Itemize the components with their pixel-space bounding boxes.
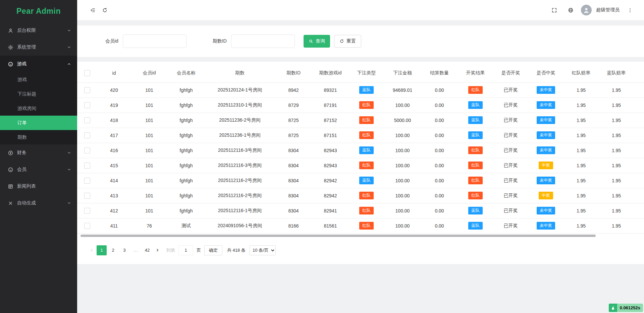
row-checkbox[interactable] — [84, 132, 90, 138]
chevron-down-icon — [67, 168, 71, 172]
user-name[interactable]: 超级管理员 — [596, 7, 620, 13]
page-button-42[interactable]: 42 — [142, 245, 152, 255]
win-status-badge: 未中奖 — [537, 86, 555, 94]
topbar: 超级管理员 — [77, 0, 644, 20]
row-checkbox[interactable] — [84, 208, 90, 214]
language-globe-icon[interactable] — [565, 4, 577, 16]
draw-status-cell: 已开奖 — [493, 143, 528, 158]
sidebar-subitem-bet-title[interactable]: 下注标题 — [0, 87, 77, 101]
prev-page-button[interactable] — [87, 245, 96, 255]
sidebar-item-news-list[interactable]: 新闻列表 — [0, 178, 77, 195]
created-time-cell: 2025-11-2 — [634, 188, 644, 203]
bet-type-badge: 红队 — [359, 162, 374, 169]
page-button-2[interactable]: 2 — [108, 245, 118, 255]
collapse-sidebar-button[interactable] — [87, 4, 99, 16]
period-cell: 2025112116-3号房间 — [205, 158, 275, 173]
page-button-3[interactable]: 3 — [119, 245, 129, 255]
draw-result-badge: 红队 — [468, 177, 483, 184]
row-checkbox[interactable] — [84, 117, 90, 123]
win-status-badge: 未中奖 — [537, 222, 555, 230]
member-id-cell: 101 — [131, 158, 168, 173]
search-icon — [309, 39, 313, 44]
draw-result-badge: 蓝队 — [468, 101, 483, 109]
chevron-up-icon — [67, 62, 71, 66]
next-page-button[interactable] — [153, 245, 162, 255]
page-unit-label: 页 — [197, 247, 201, 253]
render-time-badge: 0.061252s — [609, 304, 643, 312]
sidebar-item-system-management[interactable]: 系统管理 — [0, 39, 77, 56]
reset-button[interactable]: 重置 — [334, 35, 361, 48]
win-status-cell: 未中奖 — [528, 128, 564, 143]
more-menu-icon[interactable] — [624, 4, 636, 16]
settle-amount-cell: 0.00 — [421, 203, 458, 218]
bet-type-badge: 蓝队 — [359, 146, 374, 154]
sidebar-item-label: 自动生成 — [17, 200, 67, 206]
search-button[interactable]: 查询 — [304, 35, 330, 48]
member-name-cell: fghfgh — [168, 188, 205, 203]
confirm-page-button[interactable]: 确定 — [204, 245, 222, 255]
refresh-icon[interactable] — [99, 4, 111, 16]
sidebar-item-auto-generate[interactable]: 自动生成 — [0, 195, 77, 211]
period-id-cell: 8304 — [275, 173, 312, 188]
bet-type-cell: 蓝队 — [349, 143, 384, 158]
sidebar-item-label: 财务 — [17, 150, 67, 156]
member-id-cell: 101 — [131, 128, 168, 143]
id-cell: 418 — [97, 113, 131, 128]
sidebar-item-label: 后台权限 — [17, 27, 67, 34]
draw-result-cell: 蓝队 — [458, 113, 493, 128]
bet-type-cell: 红队 — [349, 98, 384, 113]
sidebar-subitem-game[interactable]: 游戏 — [0, 72, 77, 87]
select-all-checkbox[interactable] — [84, 70, 90, 76]
bet-type-badge: 红队 — [359, 116, 374, 124]
win-status-badge: 未中奖 — [537, 177, 555, 184]
draw-result-cell: 红队 — [458, 173, 493, 188]
draw-status-cell: 已开奖 — [493, 128, 528, 143]
row-checkbox[interactable] — [84, 147, 90, 153]
bet-type-badge: 红队 — [359, 192, 374, 199]
scrollbar-thumb[interactable] — [80, 235, 596, 237]
row-select-cell — [77, 128, 97, 143]
page-button-1[interactable]: 1 — [97, 245, 107, 255]
row-checkbox[interactable] — [84, 223, 90, 229]
fullscreen-icon[interactable] — [548, 4, 560, 16]
blue-team-odds-cell: 1.95 — [599, 158, 634, 173]
member-name-cell: 测试 — [168, 218, 205, 233]
row-select-cell — [77, 203, 97, 218]
period-id-input[interactable] — [231, 35, 295, 48]
win-status-badge: 未中奖 — [537, 146, 555, 154]
row-checkbox[interactable] — [84, 163, 90, 169]
row-checkbox[interactable] — [84, 102, 90, 108]
bet-amount-cell: 100.00 — [384, 128, 421, 143]
sidebar-submenu-game: 游戏 下注标题 游戏房间 订单 期数 — [0, 72, 77, 144]
win-status-badge: 未中奖 — [537, 207, 555, 214]
sidebar-item-game[interactable]: 游戏 — [0, 56, 77, 72]
page-size-select[interactable]: 10 条/页 — [250, 245, 276, 255]
row-checkbox[interactable] — [84, 178, 90, 184]
column-header: 下注金额 — [384, 64, 421, 82]
win-status-cell: 未中奖 — [528, 113, 564, 128]
sidebar-subitem-orders[interactable]: 订单 — [0, 116, 77, 130]
sidebar-item-members[interactable]: 会员 — [0, 161, 77, 178]
row-select-cell — [77, 158, 97, 173]
sidebar-item-backend-permissions[interactable]: 后台权限 — [0, 22, 77, 39]
member-id-input[interactable] — [123, 35, 186, 48]
chevron-down-icon — [67, 201, 71, 205]
period-id-cell: 8166 — [275, 218, 312, 233]
row-checkbox[interactable] — [84, 87, 90, 93]
sidebar-subitem-periods[interactable]: 期数 — [0, 130, 77, 144]
bet-amount-cell: 100.00 — [384, 143, 421, 158]
sidebar-subitem-game-room[interactable]: 游戏房间 — [0, 101, 77, 116]
win-status-cell: 中奖 — [528, 158, 564, 173]
horizontal-scrollbar — [80, 235, 641, 238]
period-cell: 2025112116-1号房间 — [205, 203, 275, 218]
row-checkbox[interactable] — [84, 193, 90, 199]
sidebar-item-finance[interactable]: 财务 — [0, 144, 77, 161]
avatar[interactable] — [581, 5, 592, 15]
jump-page-input[interactable] — [178, 245, 193, 255]
red-team-odds-cell: 1.95 — [564, 158, 599, 173]
finance-icon — [8, 150, 13, 156]
red-team-odds-cell: 1.95 — [564, 98, 599, 113]
row-select-cell — [77, 113, 97, 128]
created-time-cell: 2025-11-2 — [634, 113, 644, 128]
table-row: 420101fghfgh2025120124-1号房间894289321蓝队94… — [77, 82, 644, 98]
